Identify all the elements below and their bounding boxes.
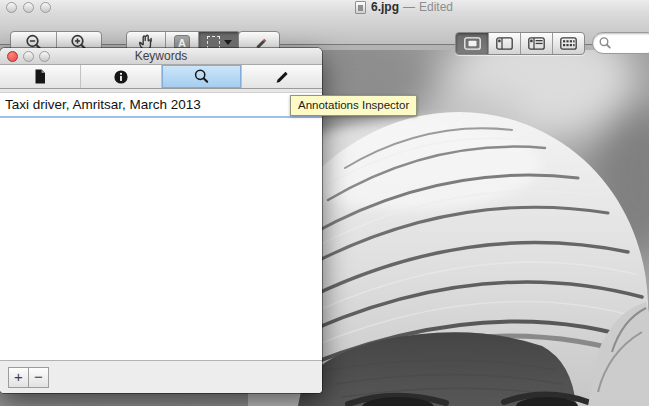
page-icon (32, 68, 48, 85)
keyword-input[interactable] (0, 93, 322, 116)
filename-label: 6.jpg (371, 0, 399, 14)
sidebar-view-icon (496, 37, 513, 50)
search-icon (598, 36, 612, 50)
keywords-panel[interactable]: Keywords (0, 48, 322, 393)
view-content-only-button[interactable] (456, 33, 488, 54)
magnifier-icon (193, 68, 210, 85)
panel-zoom-button[interactable] (39, 51, 50, 62)
tab-annotations-inspector[interactable] (241, 65, 322, 88)
main-toolbar: A (0, 14, 649, 45)
panel-titlebar[interactable]: Keywords (0, 48, 322, 65)
panel-traffic-lights (7, 51, 50, 62)
image-view-icon (464, 37, 481, 50)
tab-info-inspector[interactable] (80, 65, 161, 88)
view-contact-sheet-button[interactable] (552, 33, 584, 54)
zoom-window-button[interactable] (40, 2, 51, 13)
tooltip: Annotations Inspector (290, 95, 417, 116)
tab-document-inspector[interactable] (0, 65, 80, 88)
sidebar-list-view-icon (528, 37, 545, 50)
pencil-icon (274, 69, 290, 85)
panel-close-button[interactable] (7, 51, 18, 62)
view-thumbnails-button[interactable] (488, 33, 520, 54)
search-field[interactable] (592, 32, 649, 54)
window-titlebar[interactable]: 6.jpg — Edited (0, 0, 649, 14)
view-contents-button[interactable] (520, 33, 552, 54)
add-keyword-button[interactable]: + (8, 367, 29, 388)
edited-status-label: Edited (419, 0, 453, 14)
inspector-tab-bar (0, 65, 322, 89)
keyword-row[interactable] (0, 93, 322, 118)
document-icon (355, 1, 366, 14)
grid-view-icon (560, 37, 577, 50)
title-separator: — (403, 0, 415, 14)
tab-keywords-inspector[interactable] (161, 65, 242, 88)
chevron-down-icon (224, 40, 232, 45)
keywords-list[interactable] (0, 118, 322, 360)
close-button[interactable] (6, 2, 17, 13)
remove-keyword-button[interactable]: − (28, 367, 49, 388)
panel-footer: + − (0, 360, 322, 393)
minimize-button[interactable] (23, 2, 34, 13)
panel-minimize-button[interactable] (23, 51, 34, 62)
traffic-lights (6, 2, 51, 13)
window-title: 6.jpg — Edited (355, 0, 453, 14)
view-mode-group (455, 32, 585, 55)
search-input[interactable] (612, 37, 648, 49)
info-circle-icon (113, 69, 129, 85)
